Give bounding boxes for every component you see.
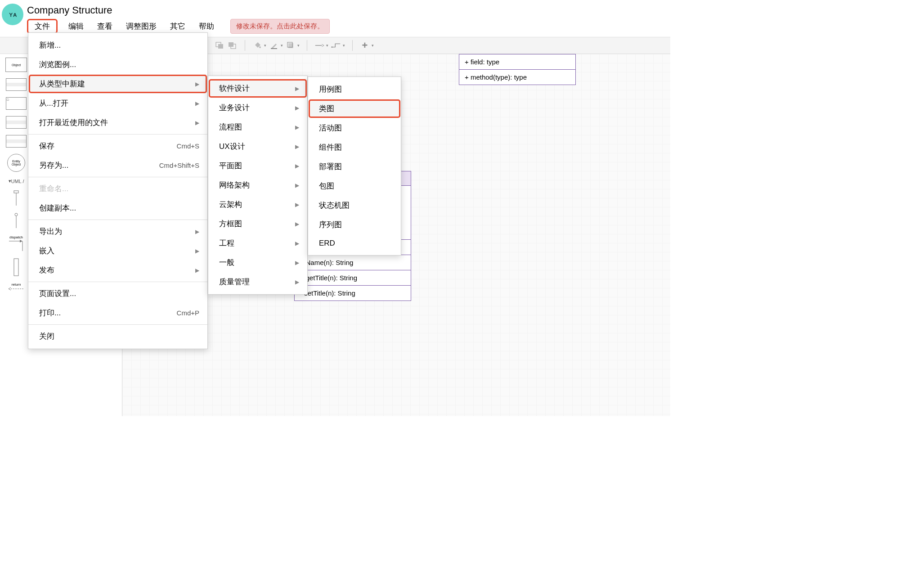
file-menu-page-setup[interactable]: 页面设置...: [28, 284, 207, 303]
toolbar-line-icon[interactable]: [314, 40, 324, 50]
menu-file[interactable]: 文件: [27, 19, 58, 34]
shape-return-label: return: [8, 283, 24, 287]
template-menu-business[interactable]: 业务设计▶: [208, 98, 307, 117]
toolbar-connector-icon[interactable]: [331, 40, 341, 50]
shape-interface[interactable]: [6, 116, 27, 129]
shape-entity[interactable]: Entity Object: [7, 154, 25, 172]
svg-rect-1: [218, 44, 223, 49]
class-method: etName(n): String: [295, 255, 411, 270]
template-menu-software[interactable]: 软件设计▶: [208, 79, 307, 98]
file-menu-from-template[interactable]: 从类型中新建▶: [28, 74, 207, 94]
svg-point-4: [259, 46, 261, 48]
template-menu-floorplan[interactable]: 平面图▶: [208, 156, 307, 175]
template-menu-engineering[interactable]: 工程▶: [208, 233, 307, 253]
chevron-right-icon: ▶: [295, 279, 299, 285]
svg-rect-16: [14, 259, 18, 276]
software-menu-statemachine[interactable]: 状态机图: [308, 196, 401, 215]
sidebar-section-label[interactable]: UML /: [11, 179, 24, 184]
toolbar-fill-icon[interactable]: [252, 40, 262, 50]
software-menu-package[interactable]: 包图: [308, 176, 401, 196]
chevron-right-icon: ▶: [195, 267, 199, 274]
toolbar-shadow-icon[interactable]: [286, 40, 296, 50]
file-menu-save-as[interactable]: 另存为...Cmd+Shift+S: [28, 156, 207, 175]
shape-rect[interactable]: □: [6, 97, 27, 110]
shape-found-msg[interactable]: [11, 213, 21, 229]
caret-down-icon[interactable]: ▾: [343, 43, 345, 48]
template-menu-flowchart[interactable]: 流程图▶: [208, 117, 307, 137]
file-menu-export[interactable]: 导出为▶: [28, 222, 207, 241]
toolbar-bring-front-icon[interactable]: [228, 40, 238, 50]
menu-view[interactable]: 查看: [94, 19, 115, 33]
document-title[interactable]: Company Structure: [27, 2, 670, 18]
class-method: # getTitle(n): String: [295, 270, 411, 286]
software-menu-usecase[interactable]: 用例图: [308, 80, 401, 99]
chevron-right-icon: ▶: [295, 144, 299, 150]
avatar[interactable]: ʏᴀ: [2, 4, 23, 25]
toolbar-send-back-icon[interactable]: [215, 40, 225, 50]
chevron-right-icon: ▶: [295, 221, 299, 227]
file-menu-new[interactable]: 新增...: [28, 36, 207, 55]
svg-rect-10: [14, 191, 18, 193]
chevron-right-icon: ▶: [195, 100, 199, 107]
file-menu-publish[interactable]: 发布▶: [28, 260, 207, 280]
caret-down-icon[interactable]: ▾: [281, 43, 283, 48]
chevron-right-icon: ▶: [195, 81, 199, 87]
software-menu-activity[interactable]: 活动图: [308, 118, 401, 138]
software-menu: 用例图 类图 活动图 组件图 部署图 包图 状态机图 序列图 ERD: [308, 76, 401, 256]
template-menu-block[interactable]: 方框图▶: [208, 214, 307, 233]
caret-down-icon[interactable]: ▾: [297, 43, 300, 48]
unsaved-changes-notice[interactable]: 修改未保存。点击此处保存。: [230, 19, 330, 34]
shape-activation[interactable]: [13, 258, 19, 276]
template-menu-network[interactable]: 网络架构▶: [208, 175, 307, 195]
svg-rect-5: [271, 48, 277, 49]
chevron-right-icon: ▶: [295, 163, 299, 169]
file-menu-browse[interactable]: 浏览图例...: [28, 55, 207, 74]
template-menu-general[interactable]: 一般▶: [208, 253, 307, 272]
chevron-right-icon: ▶: [195, 120, 199, 126]
file-menu-save[interactable]: 保存Cmd+S: [28, 136, 207, 156]
menu-other[interactable]: 其它: [167, 19, 188, 33]
file-menu-embed[interactable]: 嵌入▶: [28, 241, 207, 260]
shape-return[interactable]: [8, 287, 24, 291]
shape-composite[interactable]: [6, 78, 27, 91]
file-menu-rename: 重命名...: [28, 179, 207, 198]
caret-down-icon[interactable]: ▾: [264, 43, 266, 48]
shape-dispatch[interactable]: [8, 239, 24, 252]
template-menu-ux[interactable]: UX设计▶: [208, 137, 307, 156]
file-menu-recent[interactable]: 打开最近使用的文件▶: [28, 113, 207, 132]
file-menu: 新增... 浏览图例... 从类型中新建▶ 从...打开▶ 打开最近使用的文件▶…: [28, 32, 208, 349]
menu-adjust[interactable]: 调整图形: [123, 19, 159, 33]
chevron-right-icon: ▶: [295, 85, 299, 92]
chevron-right-icon: ▶: [195, 229, 199, 235]
caret-down-icon[interactable]: ▾: [372, 43, 374, 48]
software-menu-deployment[interactable]: 部署图: [308, 157, 401, 176]
toolbar-add-icon[interactable]: +: [360, 40, 370, 50]
shape-object[interactable]: Object: [5, 58, 27, 72]
menu-help[interactable]: 帮助: [196, 19, 217, 33]
shape-lifeline[interactable]: [11, 190, 21, 206]
file-menu-make-copy[interactable]: 创建副本...: [28, 198, 207, 218]
software-menu-class[interactable]: 类图: [308, 99, 401, 118]
class-method: - setTitle(n): String: [295, 286, 411, 300]
software-menu-erd[interactable]: ERD: [308, 234, 401, 252]
file-menu-close[interactable]: 关闭: [28, 327, 207, 346]
chevron-right-icon: ▶: [295, 202, 299, 208]
menubar: 文件 编辑 查看 调整图形 其它 帮助 修改未保存。点击此处保存。: [27, 18, 670, 34]
chevron-right-icon: ▶: [295, 182, 299, 188]
software-menu-sequence[interactable]: 序列图: [308, 215, 401, 234]
template-menu: 软件设计▶ 业务设计▶ 流程图▶ UX设计▶ 平面图▶ 网络架构▶ 云架构▶ 方…: [208, 76, 308, 295]
menu-edit[interactable]: 编辑: [66, 19, 86, 33]
chevron-right-icon: ▶: [295, 260, 299, 266]
shape-class[interactable]: [6, 135, 27, 148]
file-menu-print[interactable]: 打印...Cmd+P: [28, 303, 207, 323]
toolbar-stroke-icon[interactable]: [269, 40, 279, 50]
caret-down-icon[interactable]: ▾: [326, 43, 328, 48]
software-menu-component[interactable]: 组件图: [308, 138, 401, 157]
shape-dispatch-label: dispatch: [8, 235, 24, 239]
svg-point-9: [331, 46, 332, 48]
template-menu-cloud[interactable]: 云架构▶: [208, 195, 307, 214]
svg-point-12: [15, 213, 18, 216]
file-menu-open-from[interactable]: 从...打开▶: [28, 94, 207, 113]
svg-rect-3: [229, 42, 233, 47]
template-menu-quality[interactable]: 质量管理▶: [208, 272, 307, 291]
